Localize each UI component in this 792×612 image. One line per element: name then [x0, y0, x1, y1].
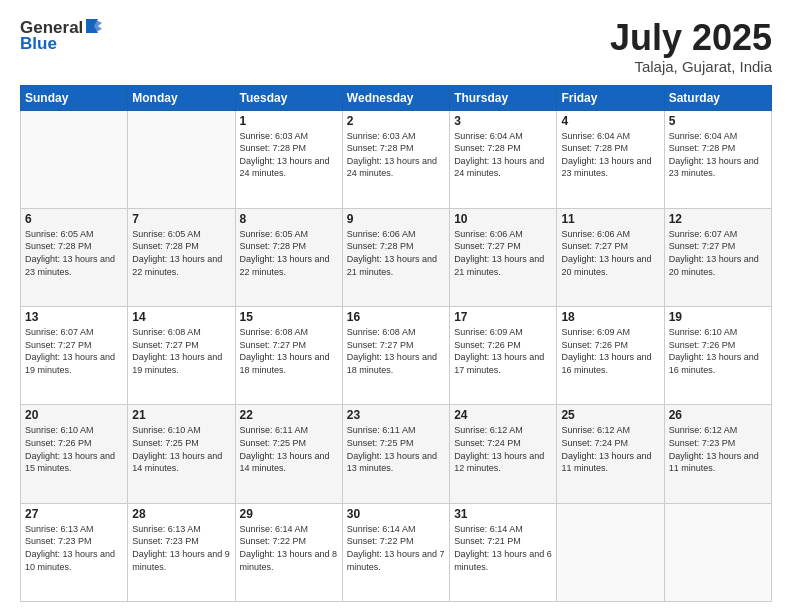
- calendar-day-cell: 24Sunrise: 6:12 AM Sunset: 7:24 PM Dayli…: [450, 405, 557, 503]
- calendar-day-cell: 4Sunrise: 6:04 AM Sunset: 7:28 PM Daylig…: [557, 110, 664, 208]
- day-number: 25: [561, 408, 659, 422]
- logo: General Blue: [20, 18, 104, 54]
- calendar-day-cell: 5Sunrise: 6:04 AM Sunset: 7:28 PM Daylig…: [664, 110, 771, 208]
- calendar-day-cell: 10Sunrise: 6:06 AM Sunset: 7:27 PM Dayli…: [450, 208, 557, 306]
- day-number: 30: [347, 507, 445, 521]
- calendar-day-cell: 6Sunrise: 6:05 AM Sunset: 7:28 PM Daylig…: [21, 208, 128, 306]
- logo-blue-text: Blue: [20, 34, 57, 54]
- day-info: Sunrise: 6:14 AM Sunset: 7:22 PM Dayligh…: [240, 523, 338, 573]
- calendar-day-cell: 14Sunrise: 6:08 AM Sunset: 7:27 PM Dayli…: [128, 307, 235, 405]
- day-number: 11: [561, 212, 659, 226]
- day-info: Sunrise: 6:09 AM Sunset: 7:26 PM Dayligh…: [454, 326, 552, 376]
- calendar-week-row: 27Sunrise: 6:13 AM Sunset: 7:23 PM Dayli…: [21, 503, 772, 601]
- day-number: 5: [669, 114, 767, 128]
- day-number: 12: [669, 212, 767, 226]
- day-info: Sunrise: 6:13 AM Sunset: 7:23 PM Dayligh…: [25, 523, 123, 573]
- calendar-day-cell: [128, 110, 235, 208]
- calendar-day-cell: 7Sunrise: 6:05 AM Sunset: 7:28 PM Daylig…: [128, 208, 235, 306]
- calendar-day-cell: 19Sunrise: 6:10 AM Sunset: 7:26 PM Dayli…: [664, 307, 771, 405]
- day-of-week-header: Thursday: [450, 85, 557, 110]
- day-info: Sunrise: 6:07 AM Sunset: 7:27 PM Dayligh…: [669, 228, 767, 278]
- day-info: Sunrise: 6:05 AM Sunset: 7:28 PM Dayligh…: [132, 228, 230, 278]
- day-info: Sunrise: 6:04 AM Sunset: 7:28 PM Dayligh…: [454, 130, 552, 180]
- day-number: 31: [454, 507, 552, 521]
- day-info: Sunrise: 6:07 AM Sunset: 7:27 PM Dayligh…: [25, 326, 123, 376]
- day-number: 13: [25, 310, 123, 324]
- day-info: Sunrise: 6:10 AM Sunset: 7:25 PM Dayligh…: [132, 424, 230, 474]
- day-number: 15: [240, 310, 338, 324]
- day-number: 2: [347, 114, 445, 128]
- day-info: Sunrise: 6:05 AM Sunset: 7:28 PM Dayligh…: [240, 228, 338, 278]
- day-number: 29: [240, 507, 338, 521]
- calendar-week-row: 6Sunrise: 6:05 AM Sunset: 7:28 PM Daylig…: [21, 208, 772, 306]
- calendar-day-cell: 16Sunrise: 6:08 AM Sunset: 7:27 PM Dayli…: [342, 307, 449, 405]
- calendar-location: Talaja, Gujarat, India: [610, 58, 772, 75]
- calendar-day-cell: 27Sunrise: 6:13 AM Sunset: 7:23 PM Dayli…: [21, 503, 128, 601]
- page: General Blue July 2025 Talaja, Gujarat, …: [0, 0, 792, 612]
- day-info: Sunrise: 6:11 AM Sunset: 7:25 PM Dayligh…: [347, 424, 445, 474]
- day-number: 9: [347, 212, 445, 226]
- day-info: Sunrise: 6:06 AM Sunset: 7:27 PM Dayligh…: [454, 228, 552, 278]
- day-of-week-header: Tuesday: [235, 85, 342, 110]
- day-number: 17: [454, 310, 552, 324]
- day-number: 22: [240, 408, 338, 422]
- day-number: 20: [25, 408, 123, 422]
- day-info: Sunrise: 6:03 AM Sunset: 7:28 PM Dayligh…: [240, 130, 338, 180]
- calendar-day-cell: 25Sunrise: 6:12 AM Sunset: 7:24 PM Dayli…: [557, 405, 664, 503]
- day-info: Sunrise: 6:05 AM Sunset: 7:28 PM Dayligh…: [25, 228, 123, 278]
- calendar-day-cell: 31Sunrise: 6:14 AM Sunset: 7:21 PM Dayli…: [450, 503, 557, 601]
- calendar-day-cell: 21Sunrise: 6:10 AM Sunset: 7:25 PM Dayli…: [128, 405, 235, 503]
- calendar-day-cell: 12Sunrise: 6:07 AM Sunset: 7:27 PM Dayli…: [664, 208, 771, 306]
- day-info: Sunrise: 6:08 AM Sunset: 7:27 PM Dayligh…: [240, 326, 338, 376]
- day-info: Sunrise: 6:14 AM Sunset: 7:22 PM Dayligh…: [347, 523, 445, 573]
- calendar-day-cell: 20Sunrise: 6:10 AM Sunset: 7:26 PM Dayli…: [21, 405, 128, 503]
- calendar-week-row: 13Sunrise: 6:07 AM Sunset: 7:27 PM Dayli…: [21, 307, 772, 405]
- calendar-day-cell: 22Sunrise: 6:11 AM Sunset: 7:25 PM Dayli…: [235, 405, 342, 503]
- day-number: 19: [669, 310, 767, 324]
- calendar-day-cell: [21, 110, 128, 208]
- day-number: 3: [454, 114, 552, 128]
- calendar-day-cell: 28Sunrise: 6:13 AM Sunset: 7:23 PM Dayli…: [128, 503, 235, 601]
- day-number: 1: [240, 114, 338, 128]
- day-number: 21: [132, 408, 230, 422]
- day-of-week-header: Friday: [557, 85, 664, 110]
- day-info: Sunrise: 6:06 AM Sunset: 7:27 PM Dayligh…: [561, 228, 659, 278]
- day-info: Sunrise: 6:11 AM Sunset: 7:25 PM Dayligh…: [240, 424, 338, 474]
- calendar-day-cell: 30Sunrise: 6:14 AM Sunset: 7:22 PM Dayli…: [342, 503, 449, 601]
- calendar-day-cell: 8Sunrise: 6:05 AM Sunset: 7:28 PM Daylig…: [235, 208, 342, 306]
- day-of-week-header: Monday: [128, 85, 235, 110]
- calendar-day-cell: 1Sunrise: 6:03 AM Sunset: 7:28 PM Daylig…: [235, 110, 342, 208]
- header: General Blue July 2025 Talaja, Gujarat, …: [20, 18, 772, 75]
- calendar-week-row: 20Sunrise: 6:10 AM Sunset: 7:26 PM Dayli…: [21, 405, 772, 503]
- calendar-day-cell: 15Sunrise: 6:08 AM Sunset: 7:27 PM Dayli…: [235, 307, 342, 405]
- day-of-week-header: Saturday: [664, 85, 771, 110]
- calendar-title: July 2025: [610, 18, 772, 58]
- day-info: Sunrise: 6:12 AM Sunset: 7:23 PM Dayligh…: [669, 424, 767, 474]
- calendar-table: SundayMondayTuesdayWednesdayThursdayFrid…: [20, 85, 772, 602]
- day-info: Sunrise: 6:10 AM Sunset: 7:26 PM Dayligh…: [669, 326, 767, 376]
- day-info: Sunrise: 6:06 AM Sunset: 7:28 PM Dayligh…: [347, 228, 445, 278]
- day-number: 10: [454, 212, 552, 226]
- day-info: Sunrise: 6:10 AM Sunset: 7:26 PM Dayligh…: [25, 424, 123, 474]
- day-number: 6: [25, 212, 123, 226]
- day-number: 8: [240, 212, 338, 226]
- calendar-day-cell: 26Sunrise: 6:12 AM Sunset: 7:23 PM Dayli…: [664, 405, 771, 503]
- calendar-day-cell: 18Sunrise: 6:09 AM Sunset: 7:26 PM Dayli…: [557, 307, 664, 405]
- day-info: Sunrise: 6:14 AM Sunset: 7:21 PM Dayligh…: [454, 523, 552, 573]
- day-info: Sunrise: 6:08 AM Sunset: 7:27 PM Dayligh…: [132, 326, 230, 376]
- day-number: 27: [25, 507, 123, 521]
- day-info: Sunrise: 6:09 AM Sunset: 7:26 PM Dayligh…: [561, 326, 659, 376]
- calendar-week-row: 1Sunrise: 6:03 AM Sunset: 7:28 PM Daylig…: [21, 110, 772, 208]
- calendar-day-cell: 2Sunrise: 6:03 AM Sunset: 7:28 PM Daylig…: [342, 110, 449, 208]
- day-info: Sunrise: 6:04 AM Sunset: 7:28 PM Dayligh…: [561, 130, 659, 180]
- day-number: 14: [132, 310, 230, 324]
- day-info: Sunrise: 6:03 AM Sunset: 7:28 PM Dayligh…: [347, 130, 445, 180]
- calendar-day-cell: 3Sunrise: 6:04 AM Sunset: 7:28 PM Daylig…: [450, 110, 557, 208]
- day-number: 7: [132, 212, 230, 226]
- day-of-week-header: Sunday: [21, 85, 128, 110]
- calendar-day-cell: 17Sunrise: 6:09 AM Sunset: 7:26 PM Dayli…: [450, 307, 557, 405]
- day-number: 26: [669, 408, 767, 422]
- calendar-day-cell: 13Sunrise: 6:07 AM Sunset: 7:27 PM Dayli…: [21, 307, 128, 405]
- day-number: 4: [561, 114, 659, 128]
- day-number: 23: [347, 408, 445, 422]
